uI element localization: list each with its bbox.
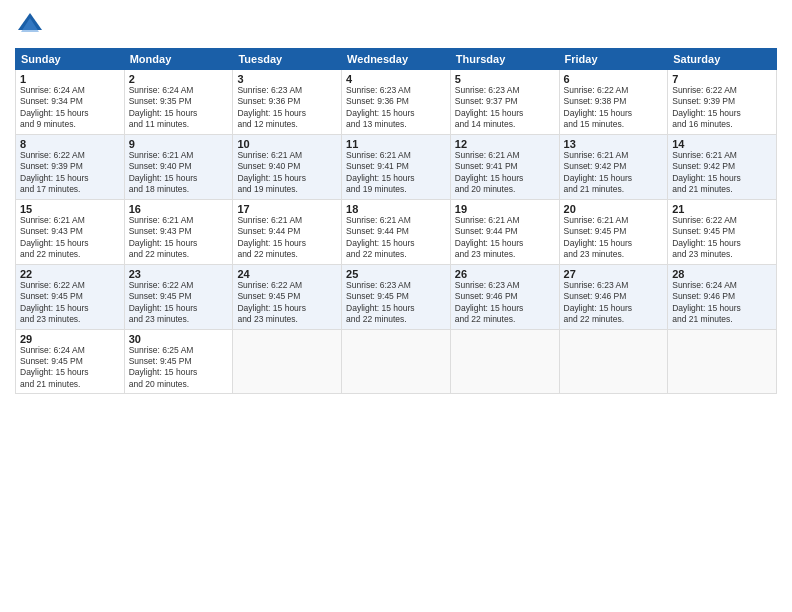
calendar-cell: 27Sunrise: 6:23 AM Sunset: 9:46 PM Dayli… [559,264,668,329]
day-number: 10 [237,138,337,150]
calendar-cell [559,329,668,394]
day-number: 21 [672,203,772,215]
day-info: Sunrise: 6:21 AM Sunset: 9:40 PM Dayligh… [129,150,229,196]
day-info: Sunrise: 6:23 AM Sunset: 9:37 PM Dayligh… [455,85,555,131]
day-info: Sunrise: 6:23 AM Sunset: 9:45 PM Dayligh… [346,280,446,326]
day-number: 20 [564,203,664,215]
weekday-header: Saturday [668,49,777,70]
day-number: 22 [20,268,120,280]
calendar-cell: 18Sunrise: 6:21 AM Sunset: 9:44 PM Dayli… [342,199,451,264]
calendar-cell: 11Sunrise: 6:21 AM Sunset: 9:41 PM Dayli… [342,134,451,199]
calendar-header-row: SundayMondayTuesdayWednesdayThursdayFrid… [16,49,777,70]
day-number: 13 [564,138,664,150]
day-info: Sunrise: 6:22 AM Sunset: 9:45 PM Dayligh… [129,280,229,326]
day-info: Sunrise: 6:21 AM Sunset: 9:42 PM Dayligh… [564,150,664,196]
calendar: SundayMondayTuesdayWednesdayThursdayFrid… [15,48,777,394]
calendar-cell: 13Sunrise: 6:21 AM Sunset: 9:42 PM Dayli… [559,134,668,199]
weekday-header: Tuesday [233,49,342,70]
day-number: 15 [20,203,120,215]
calendar-cell: 25Sunrise: 6:23 AM Sunset: 9:45 PM Dayli… [342,264,451,329]
calendar-week-row: 8Sunrise: 6:22 AM Sunset: 9:39 PM Daylig… [16,134,777,199]
calendar-cell [233,329,342,394]
day-number: 26 [455,268,555,280]
day-number: 16 [129,203,229,215]
day-info: Sunrise: 6:24 AM Sunset: 9:46 PM Dayligh… [672,280,772,326]
calendar-cell: 10Sunrise: 6:21 AM Sunset: 9:40 PM Dayli… [233,134,342,199]
calendar-cell: 5Sunrise: 6:23 AM Sunset: 9:37 PM Daylig… [450,70,559,135]
day-number: 18 [346,203,446,215]
day-info: Sunrise: 6:23 AM Sunset: 9:46 PM Dayligh… [455,280,555,326]
day-number: 1 [20,73,120,85]
calendar-cell: 17Sunrise: 6:21 AM Sunset: 9:44 PM Dayli… [233,199,342,264]
day-info: Sunrise: 6:21 AM Sunset: 9:45 PM Dayligh… [564,215,664,261]
day-info: Sunrise: 6:21 AM Sunset: 9:44 PM Dayligh… [455,215,555,261]
weekday-header: Thursday [450,49,559,70]
day-number: 23 [129,268,229,280]
calendar-cell: 4Sunrise: 6:23 AM Sunset: 9:36 PM Daylig… [342,70,451,135]
calendar-week-row: 1Sunrise: 6:24 AM Sunset: 9:34 PM Daylig… [16,70,777,135]
logo [15,10,49,40]
calendar-week-row: 29Sunrise: 6:24 AM Sunset: 9:45 PM Dayli… [16,329,777,394]
calendar-week-row: 22Sunrise: 6:22 AM Sunset: 9:45 PM Dayli… [16,264,777,329]
calendar-cell [342,329,451,394]
day-number: 24 [237,268,337,280]
calendar-cell: 16Sunrise: 6:21 AM Sunset: 9:43 PM Dayli… [124,199,233,264]
calendar-cell [668,329,777,394]
day-info: Sunrise: 6:24 AM Sunset: 9:45 PM Dayligh… [20,345,120,391]
calendar-cell: 1Sunrise: 6:24 AM Sunset: 9:34 PM Daylig… [16,70,125,135]
calendar-cell: 28Sunrise: 6:24 AM Sunset: 9:46 PM Dayli… [668,264,777,329]
day-info: Sunrise: 6:22 AM Sunset: 9:45 PM Dayligh… [20,280,120,326]
day-number: 25 [346,268,446,280]
calendar-cell: 21Sunrise: 6:22 AM Sunset: 9:45 PM Dayli… [668,199,777,264]
logo-icon [15,10,45,40]
calendar-cell: 23Sunrise: 6:22 AM Sunset: 9:45 PM Dayli… [124,264,233,329]
day-number: 2 [129,73,229,85]
day-number: 17 [237,203,337,215]
day-info: Sunrise: 6:22 AM Sunset: 9:38 PM Dayligh… [564,85,664,131]
day-number: 30 [129,333,229,345]
day-number: 11 [346,138,446,150]
day-number: 3 [237,73,337,85]
day-info: Sunrise: 6:21 AM Sunset: 9:43 PM Dayligh… [129,215,229,261]
weekday-header: Monday [124,49,233,70]
calendar-cell: 14Sunrise: 6:21 AM Sunset: 9:42 PM Dayli… [668,134,777,199]
day-number: 28 [672,268,772,280]
weekday-header: Wednesday [342,49,451,70]
day-info: Sunrise: 6:21 AM Sunset: 9:40 PM Dayligh… [237,150,337,196]
day-info: Sunrise: 6:21 AM Sunset: 9:41 PM Dayligh… [455,150,555,196]
weekday-header: Sunday [16,49,125,70]
calendar-cell: 29Sunrise: 6:24 AM Sunset: 9:45 PM Dayli… [16,329,125,394]
day-number: 9 [129,138,229,150]
calendar-cell: 30Sunrise: 6:25 AM Sunset: 9:45 PM Dayli… [124,329,233,394]
day-info: Sunrise: 6:25 AM Sunset: 9:45 PM Dayligh… [129,345,229,391]
day-number: 6 [564,73,664,85]
day-info: Sunrise: 6:24 AM Sunset: 9:35 PM Dayligh… [129,85,229,131]
day-number: 12 [455,138,555,150]
day-info: Sunrise: 6:23 AM Sunset: 9:46 PM Dayligh… [564,280,664,326]
day-number: 4 [346,73,446,85]
calendar-cell: 8Sunrise: 6:22 AM Sunset: 9:39 PM Daylig… [16,134,125,199]
calendar-cell: 12Sunrise: 6:21 AM Sunset: 9:41 PM Dayli… [450,134,559,199]
calendar-cell: 20Sunrise: 6:21 AM Sunset: 9:45 PM Dayli… [559,199,668,264]
calendar-cell: 7Sunrise: 6:22 AM Sunset: 9:39 PM Daylig… [668,70,777,135]
calendar-cell [450,329,559,394]
day-number: 29 [20,333,120,345]
day-info: Sunrise: 6:22 AM Sunset: 9:45 PM Dayligh… [672,215,772,261]
day-number: 27 [564,268,664,280]
page: SundayMondayTuesdayWednesdayThursdayFrid… [0,0,792,612]
day-info: Sunrise: 6:21 AM Sunset: 9:41 PM Dayligh… [346,150,446,196]
calendar-cell: 15Sunrise: 6:21 AM Sunset: 9:43 PM Dayli… [16,199,125,264]
calendar-cell: 24Sunrise: 6:22 AM Sunset: 9:45 PM Dayli… [233,264,342,329]
day-info: Sunrise: 6:21 AM Sunset: 9:43 PM Dayligh… [20,215,120,261]
calendar-cell: 22Sunrise: 6:22 AM Sunset: 9:45 PM Dayli… [16,264,125,329]
day-info: Sunrise: 6:23 AM Sunset: 9:36 PM Dayligh… [346,85,446,131]
day-number: 7 [672,73,772,85]
calendar-cell: 3Sunrise: 6:23 AM Sunset: 9:36 PM Daylig… [233,70,342,135]
header [15,10,777,40]
weekday-header: Friday [559,49,668,70]
day-info: Sunrise: 6:21 AM Sunset: 9:44 PM Dayligh… [346,215,446,261]
day-info: Sunrise: 6:24 AM Sunset: 9:34 PM Dayligh… [20,85,120,131]
calendar-cell: 26Sunrise: 6:23 AM Sunset: 9:46 PM Dayli… [450,264,559,329]
day-number: 5 [455,73,555,85]
day-number: 19 [455,203,555,215]
